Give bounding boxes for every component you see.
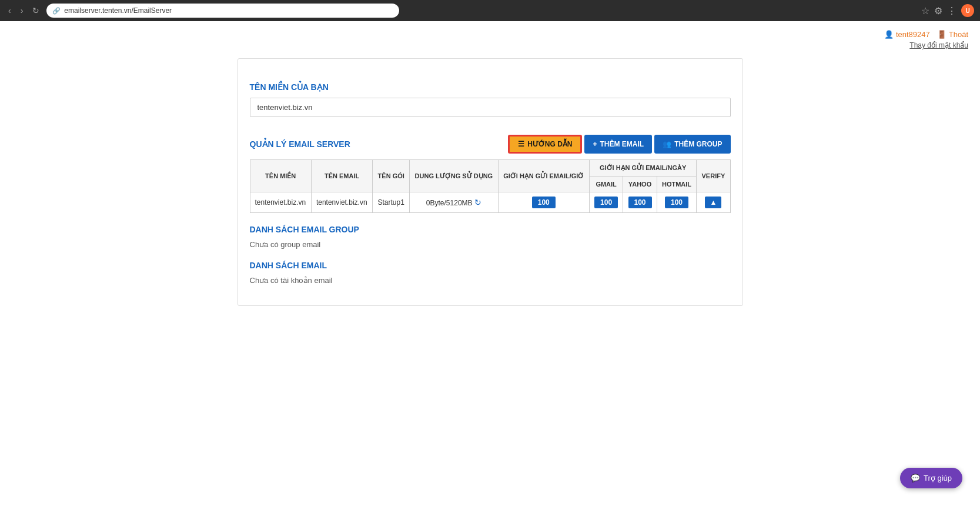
logout-label: Thoát bbox=[949, 30, 968, 39]
email-list-title: DANH SÁCH EMAIL bbox=[250, 261, 731, 270]
main-container: TÊN MIỀN CỦA BẠN QUẢN LÝ EMAIL SERVER ☰ … bbox=[226, 52, 755, 329]
username: tent89247 bbox=[896, 30, 930, 39]
domain-section: TÊN MIỀN CỦA BẠN bbox=[250, 82, 731, 126]
col-ten-email: TÊN EMAIL bbox=[311, 160, 372, 192]
page-content: 👤 tent89247 🚪 Thoát Thay đổi mật khẩu TÊ… bbox=[0, 21, 980, 506]
back-button[interactable]: ‹ bbox=[6, 4, 14, 18]
user-bar: 👤 tent89247 🚪 Thoát Thay đổi mật khẩu bbox=[0, 21, 980, 52]
help-button[interactable]: 💬 Trợ giúp bbox=[900, 468, 962, 488]
email-group-section: DANH SÁCH EMAIL GROUP Chưa có group emai… bbox=[250, 225, 731, 249]
user-avatar: U bbox=[961, 4, 974, 17]
user-info: 👤 tent89247 bbox=[884, 30, 930, 39]
action-buttons: ☰ HƯỚNG DẪN + THÊM EMAIL 👥 THÊM GROUP bbox=[508, 135, 730, 154]
them-group-button[interactable]: 👥 THÊM GROUP bbox=[654, 135, 730, 154]
add-email-icon: + bbox=[593, 140, 597, 148]
huong-dan-button[interactable]: ☰ HƯỚNG DẪN bbox=[508, 135, 582, 154]
email-list-empty: Chưa có tài khoản email bbox=[250, 276, 731, 285]
col-ten-mien: TÊN MIỀN bbox=[250, 160, 311, 192]
refresh-icon[interactable]: ↻ bbox=[474, 198, 481, 207]
url-bar[interactable]: 🔗 emailserver.tenten.vn/EmailServer bbox=[46, 4, 399, 18]
col-ten-goi: TÊN GÓI bbox=[373, 160, 410, 192]
extensions-button[interactable]: ⚙ bbox=[934, 5, 942, 16]
email-list-section: DANH SÁCH EMAIL Chưa có tài khoản email bbox=[250, 261, 731, 285]
security-icon: 🔗 bbox=[52, 7, 61, 15]
panel-box: TÊN MIỀN CỦA BẠN QUẢN LÝ EMAIL SERVER ☰ … bbox=[238, 58, 743, 306]
cell-hotmail: 100 bbox=[657, 192, 697, 213]
badge-yahoo: 100 bbox=[628, 197, 652, 208]
logout-icon: 🚪 bbox=[937, 30, 946, 39]
col-gmail: GMAIL bbox=[589, 177, 623, 192]
domain-title: TÊN MIỀN CỦA BẠN bbox=[250, 82, 731, 92]
badge-gmail: 100 bbox=[594, 197, 618, 208]
them-email-button[interactable]: + THÊM EMAIL bbox=[584, 135, 652, 154]
management-title: QUẢN LÝ EMAIL SERVER bbox=[250, 139, 350, 149]
browser-chrome: ‹ › ↻ 🔗 emailserver.tenten.vn/EmailServe… bbox=[0, 0, 980, 21]
bookmark-button[interactable]: ☆ bbox=[921, 5, 929, 16]
col-verify: VERIFY bbox=[697, 160, 730, 192]
chat-icon: 💬 bbox=[911, 474, 920, 482]
cell-ten-email: tentenviet.biz.vn bbox=[311, 192, 372, 213]
menu-button[interactable]: ⋮ bbox=[947, 5, 956, 16]
logout-link[interactable]: 🚪 Thoát bbox=[937, 30, 968, 39]
user-icon: 👤 bbox=[884, 30, 894, 39]
book-icon: ☰ bbox=[518, 140, 524, 148]
col-gioi-han-gio: GIỚI HẠN GỬI EMAIL/GIỜ bbox=[498, 160, 589, 192]
cell-gmail: 100 bbox=[589, 192, 623, 213]
url-text: emailserver.tenten.vn/EmailServer bbox=[64, 6, 172, 15]
col-gioi-han-ngay-group: GIỚI HẠN GỬI EMAIL/NGÀY bbox=[589, 160, 696, 177]
email-group-empty: Chưa có group email bbox=[250, 240, 731, 249]
add-group-icon: 👥 bbox=[663, 140, 671, 148]
email-server-table: TÊN MIỀN TÊN EMAIL TÊN GÓI DUNG LƯỢNG SỬ… bbox=[250, 159, 731, 213]
cell-yahoo: 100 bbox=[623, 192, 657, 213]
domain-input[interactable] bbox=[250, 98, 731, 117]
amazon-verify-badge[interactable]: ▲ bbox=[705, 197, 721, 208]
cell-ten-mien: tentenviet.biz.vn bbox=[250, 192, 311, 213]
help-label: Trợ giúp bbox=[924, 474, 952, 482]
badge-hotmail: 100 bbox=[665, 197, 688, 208]
cell-dung-luong: 0Byte/5120MB ↻ bbox=[410, 192, 499, 213]
col-yahoo: YAHOO bbox=[623, 177, 657, 192]
table-row: tentenviet.biz.vn tentenviet.biz.vn Star… bbox=[250, 192, 730, 213]
management-header: QUẢN LÝ EMAIL SERVER ☰ HƯỚNG DẪN + THÊM … bbox=[250, 135, 731, 154]
browser-actions: ☆ ⚙ ⋮ U bbox=[921, 4, 974, 17]
email-group-title: DANH SÁCH EMAIL GROUP bbox=[250, 225, 731, 234]
col-dung-luong: DUNG LƯỢNG SỬ DỤNG bbox=[410, 160, 499, 192]
col-hotmail: HOTMAIL bbox=[657, 177, 697, 192]
management-section: QUẢN LÝ EMAIL SERVER ☰ HƯỚNG DẪN + THÊM … bbox=[250, 135, 731, 285]
reload-button[interactable]: ↻ bbox=[30, 4, 42, 18]
change-password-link[interactable]: Thay đổi mật khẩu bbox=[909, 41, 968, 49]
cell-verify[interactable]: ▲ bbox=[697, 192, 730, 213]
badge-gio: 100 bbox=[532, 197, 556, 208]
cell-gioi-han-gio: 100 bbox=[498, 192, 589, 213]
cell-ten-goi: Startup1 bbox=[373, 192, 410, 213]
forward-button[interactable]: › bbox=[18, 4, 26, 18]
